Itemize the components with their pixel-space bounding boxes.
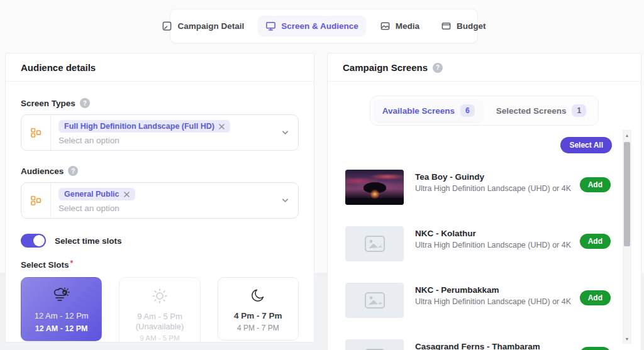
screen-type: Ultra High Definition Landscape (UHD) or… [415, 241, 571, 249]
wallet-icon [441, 21, 452, 31]
tab-available-screens[interactable]: Available Screens 6 [374, 99, 484, 122]
screen-type: Ultra High Definition Landscape (UHD) or… [415, 297, 571, 306]
slot-time-range-caps: 9 AM - 5 PM [140, 334, 179, 342]
slot-4pm-7pm[interactable]: 4 Pm - 7 Pm 4 PM - 7 PM [218, 277, 299, 341]
screen-thumbnail-placeholder [345, 339, 404, 350]
screen-types-select[interactable]: Full High Definition Landscape (Full HD)… [21, 114, 299, 151]
add-screen-button[interactable]: Add [580, 177, 611, 192]
scrollbar-thumb[interactable] [624, 142, 630, 246]
time-slots-toggle[interactable] [21, 234, 46, 248]
screen-name: NKC - Perumbakkam [415, 285, 571, 295]
screens-list-scrollbar[interactable]: ▲ ▼ [623, 130, 631, 344]
chip-remove-icon[interactable] [219, 124, 225, 129]
slot-time-range: 9 Am - 5 Pm [137, 312, 182, 321]
slot-12am-12pm[interactable]: 12 Am - 12 Pm 12 AM - 12 PM [21, 277, 102, 341]
tab-budget[interactable]: Budget [433, 16, 494, 36]
sun-cloud-icon [52, 286, 71, 306]
tab-label: Screen & Audience [281, 21, 358, 31]
tab-label: Selected Screens [496, 106, 567, 116]
help-icon[interactable]: ? [80, 98, 90, 108]
help-icon[interactable]: ? [433, 63, 443, 73]
monitor-icon [265, 21, 276, 31]
chevron-down-icon[interactable] [281, 197, 289, 205]
audiences-select[interactable]: General Public Select an option [21, 182, 299, 219]
scroll-up-arrow-icon[interactable]: ▲ [623, 131, 631, 139]
tab-campaign-detail[interactable]: Campaign Detail [154, 16, 252, 36]
screens-tab-group: Available Screens 6 Selected Screens 1 [370, 96, 599, 126]
selected-audience-chip: General Public [58, 188, 135, 200]
audience-details-title: Audience details [21, 62, 96, 73]
tab-label: Budget [457, 21, 486, 31]
slot-time-range-caps: 4 PM - 7 PM [237, 324, 279, 332]
select-all-button[interactable]: Select All [560, 137, 612, 153]
slot-time-range: 12 Am - 12 Pm [35, 311, 89, 320]
screen-name: NKC - Kolathur [415, 229, 571, 238]
add-screen-button[interactable]: Add [580, 234, 611, 249]
time-slots-toggle-label: Select time slots [55, 236, 122, 246]
chip-label: Full High Definition Landscape (Full HD) [64, 122, 214, 131]
campaign-screens-panel: Campaign Screens ? Available Screens 6 S… [327, 53, 641, 350]
sun-icon [150, 286, 169, 306]
audiences-label: Audiences [21, 167, 64, 176]
screen-row: Casagrand Ferns - Thambaram Ultra High D… [345, 339, 611, 350]
slideshow-icon [162, 21, 172, 31]
help-icon[interactable]: ? [68, 166, 78, 176]
category-icon [21, 115, 51, 150]
add-screen-button[interactable]: Add [580, 290, 611, 305]
add-screen-button[interactable]: Add [580, 347, 611, 350]
chip-label: General Public [64, 190, 119, 199]
tab-label: Media [396, 21, 419, 31]
screen-types-placeholder: Select an option [58, 136, 291, 145]
slot-time-range-caps: 12 AM - 12 PM [35, 324, 88, 333]
scroll-down-arrow-icon[interactable]: ▼ [623, 334, 631, 343]
tab-media[interactable]: Media [372, 16, 427, 36]
chip-remove-icon[interactable] [124, 192, 130, 197]
campaign-screens-title: Campaign Screens [343, 62, 428, 73]
select-slots-label: Select Slots [21, 260, 69, 270]
tab-selected-screens[interactable]: Selected Screens 1 [487, 99, 596, 122]
screen-type: Ultra High Definition Landscape (UHD) or… [415, 184, 571, 193]
tab-screen-audience[interactable]: Screen & Audience [258, 16, 366, 36]
audiences-placeholder: Select an option [58, 204, 291, 213]
screen-types-label: Screen Types [21, 99, 75, 108]
slot-time-range: 4 Pm - 7 Pm [234, 311, 282, 320]
image-placeholder-icon [364, 292, 386, 309]
slot-9am-5pm-unavailable[interactable]: 9 Am - 5 Pm (Unavailable) 9 AM - 5 PM [119, 277, 200, 342]
required-marker: * [70, 260, 74, 266]
chevron-down-icon[interactable] [281, 129, 289, 137]
screen-name: Tea Boy - Guindy [415, 172, 571, 182]
screen-thumbnail [345, 170, 404, 205]
time-slot-options: 12 Am - 12 Pm 12 AM - 12 PM 9 Am - 5 Pm … [21, 277, 299, 342]
screen-row: NKC - Kolathur Ultra High Definition Lan… [345, 226, 611, 261]
audience-details-panel: Audience details Screen Types ? Full Hig… [5, 53, 314, 342]
available-count-badge: 6 [460, 104, 475, 117]
screen-row: NKC - Perumbakkam Ultra High Definition … [345, 283, 611, 318]
available-screens-list: Tea Boy - Guindy Ultra High Definition L… [328, 170, 641, 350]
image-placeholder-icon [364, 235, 386, 253]
screen-thumbnail-placeholder [345, 283, 404, 318]
selected-screen-type-chip: Full High Definition Landscape (Full HD) [58, 120, 230, 133]
screen-thumbnail-placeholder [345, 226, 404, 261]
slot-unavailable-note: (Unavailable) [136, 322, 184, 331]
media-image-icon [380, 21, 391, 31]
campaign-steps-nav: Campaign Detail Screen & Audience Media … [170, 9, 478, 43]
moon-icon [250, 286, 266, 306]
category-icon [21, 183, 51, 218]
tab-label: Available Screens [382, 106, 455, 116]
screen-name: Casagrand Ferns - Thambaram [415, 342, 571, 350]
selected-count-badge: 1 [572, 104, 586, 117]
tab-label: Campaign Detail [177, 21, 244, 31]
screen-row: Tea Boy - Guindy Ultra High Definition L… [345, 170, 611, 205]
